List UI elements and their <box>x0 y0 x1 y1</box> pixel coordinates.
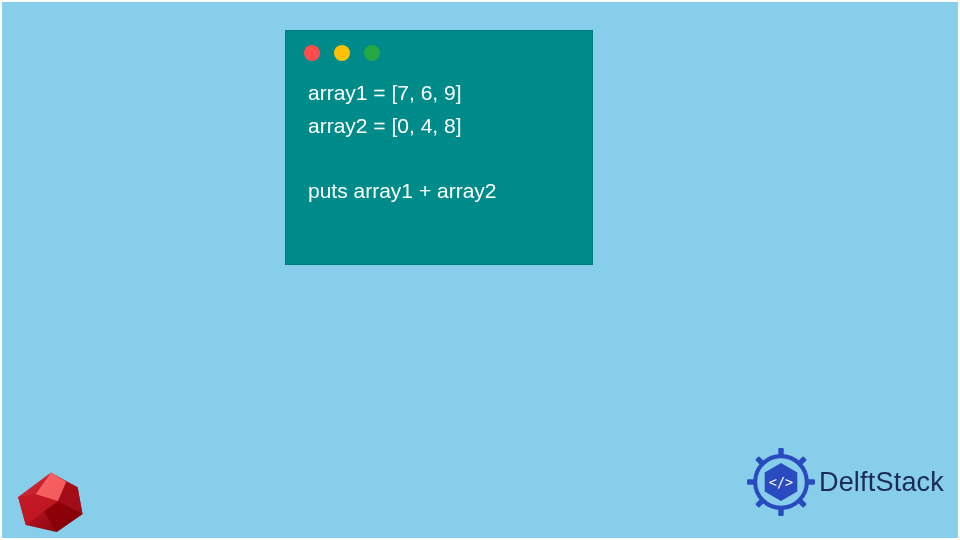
svg-rect-2 <box>778 506 783 516</box>
code-line: array1 = [7, 6, 9] <box>308 81 462 104</box>
svg-rect-3 <box>747 479 757 484</box>
svg-text:</>: </> <box>769 474 794 490</box>
svg-rect-1 <box>778 448 783 458</box>
code-line: puts array1 + array2 <box>308 179 497 202</box>
svg-rect-4 <box>805 479 815 484</box>
window-controls <box>286 31 592 69</box>
brand: </> DelftStack <box>747 448 944 516</box>
brand-name: DelftStack <box>819 467 944 498</box>
page-canvas: array1 = [7, 6, 9] array2 = [0, 4, 8] pu… <box>2 2 958 538</box>
code-line: array2 = [0, 4, 8] <box>308 114 462 137</box>
code-window: array1 = [7, 6, 9] array2 = [0, 4, 8] pu… <box>285 30 593 265</box>
brand-badge-icon: </> <box>747 448 815 516</box>
minimize-dot-icon <box>334 45 350 61</box>
close-dot-icon <box>304 45 320 61</box>
code-block: array1 = [7, 6, 9] array2 = [0, 4, 8] pu… <box>286 69 592 215</box>
ruby-logo-icon <box>16 470 86 534</box>
maximize-dot-icon <box>364 45 380 61</box>
